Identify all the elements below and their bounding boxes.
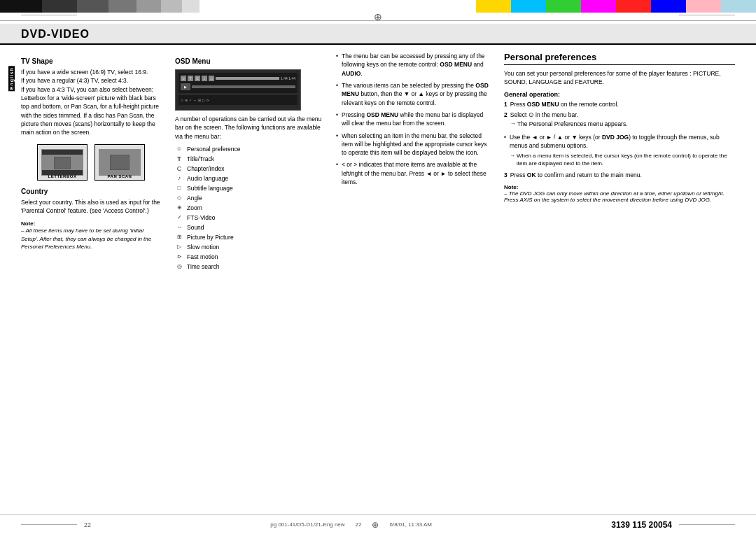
gen-op-title: General operation:	[504, 91, 735, 98]
note-col4-content: Note: – The DVD JOG can only move within…	[504, 184, 735, 203]
osd-fast-icon: ⊳	[206, 98, 209, 102]
osd-sound-icon: ↔	[193, 98, 197, 102]
note-label: Note:	[21, 220, 35, 227]
use-keys-sub: When a menu item is selected, the cursor…	[510, 152, 735, 168]
bottom-center: pg 001-41/D5-D1/21-Eng new 22 ⊕ 6/8/01, …	[270, 520, 432, 530]
bullet-arrows-indicate: < or > indicates that more items are ava…	[336, 160, 490, 186]
timestamp: 6/8/01, 11:33 AM	[389, 521, 432, 528]
bottom-right: 3139 115 20054	[611, 520, 735, 530]
page-number-left: 22	[84, 521, 91, 528]
osd-screen-container: ☺ T C ♪ □ 1:44 1:44 ▶ ◇ ⊕	[175, 69, 301, 111]
step2-text: Select ⊙ in the menu bar.	[510, 111, 628, 118]
letterbox-screen	[41, 149, 83, 176]
menu-item-title: T Title/Track	[175, 155, 322, 163]
osd-volume-icon: ▶	[181, 83, 190, 90]
panscan-screen	[99, 149, 141, 176]
menu-item-angle: ◇ Angle	[175, 194, 322, 202]
note-text: – All these items may have to be set dur…	[21, 227, 161, 251]
audio-icon: ♪	[175, 174, 183, 183]
country-text: Select your country. This also is used a…	[21, 198, 161, 216]
osd-bar-fill	[216, 77, 279, 80]
osd-screen-bottom: ◇ ⊕ ✓ ↔ ⊞ ▷ ⊳	[178, 95, 298, 105]
chapter-icon: C	[175, 164, 183, 173]
fast-label: Fast motion	[187, 253, 218, 260]
step3-num: 3	[504, 171, 507, 178]
step3-text: Press OK to confirm and return to the ma…	[510, 171, 642, 178]
osd-time: 1:44 1:44	[281, 76, 295, 80]
osd-icon-5: □	[209, 76, 214, 81]
osd-volume-bar	[192, 85, 295, 88]
tvshape-title: TV Shape	[21, 57, 161, 65]
audio-label: Audio language	[187, 175, 228, 182]
tv-panscan-image: PAN SCAN	[94, 144, 145, 181]
menu-item-ftsvideo: ✓ FTS-Video	[175, 213, 322, 222]
page-title: DVD-VIDEO	[21, 28, 735, 41]
use-bullet-item: Use the ◄ or ► / ▲ or ▼ keys (or DVD JOG…	[504, 133, 735, 168]
page-number-center: 22	[356, 521, 362, 528]
osd-zoom-icon: ⊕	[185, 98, 188, 102]
tv-images-row: LETTERBOX PAN SCAN	[21, 144, 161, 181]
osd-bottom-icons: ◇ ⊕ ✓ ↔ ⊞ ▷ ⊳	[181, 98, 209, 102]
osd-icon-1: ☺	[181, 76, 186, 81]
note-section: Note: – All these items may have to be s…	[21, 219, 161, 251]
country-title: Country	[21, 188, 161, 195]
main-content: English TV Shape If you have a wide scre…	[0, 45, 756, 523]
language-tab: English	[8, 66, 15, 91]
subtitle-label: Subtitle language	[187, 185, 233, 192]
menu-item-pbp: ⊞ Picture by Picture	[175, 233, 322, 241]
pbp-icon: ⊞	[175, 233, 183, 241]
bullet-selecting-item: When selecting an item in the menu bar, …	[336, 132, 490, 157]
bullet-items-selected: The various items can be selected by pre…	[336, 81, 490, 107]
personal-prefs-title: Personal preferences	[504, 52, 735, 65]
step2-num: 2	[504, 111, 507, 129]
osd-screen-top: ☺ T C ♪ □ 1:44 1:44 ▶	[178, 73, 298, 93]
bullet-pressing-osd: Pressing OSD MENU while the menu bar is …	[336, 111, 490, 128]
feature-bullets: The menu bar can be accessed by pressing…	[336, 52, 490, 186]
column-personal-prefs: Personal preferences You can set your pe…	[504, 52, 735, 516]
pbp-label: Picture by Picture	[187, 234, 234, 241]
personal-label: Personal preference	[187, 146, 241, 153]
crosshair-bottom: ⊕	[372, 520, 379, 530]
osd-slow-icon: ▷	[202, 98, 205, 102]
osd-icon-4: ♪	[202, 76, 207, 81]
column-osdmenu: OSD Menu ☺ T C ♪ □ 1:44 1:44 ▶	[175, 52, 322, 516]
title-label: Title/Track	[187, 155, 214, 162]
use-keys-text: Use the ◄ or ► / ▲ or ▼ keys (or DVD JOG…	[504, 133, 735, 168]
bottom-left: 22	[21, 521, 91, 528]
note-col4-label: Note:	[504, 184, 518, 190]
title-icon: T	[175, 155, 183, 163]
tvshape-text: If you have a wide screen (16:9) TV, sel…	[21, 68, 161, 137]
osd-title: OSD Menu	[175, 57, 322, 65]
menu-items-list: ☺ Personal preference T Title/Track C Ch…	[175, 145, 322, 271]
osd-angle-icon: ◇	[181, 98, 183, 102]
menu-item-subtitle: □ Subtitle language	[175, 184, 322, 192]
bottom-line-left	[21, 524, 77, 525]
slow-label: Slow motion	[187, 244, 219, 251]
crosshair-center: ⊕	[374, 11, 382, 22]
step-3: 3 Press OK to confirm and return to the …	[504, 171, 735, 178]
time-icon: ◎	[175, 262, 183, 271]
slow-icon: ▷	[175, 243, 183, 251]
step2-sub: The Personal Preferences menu appears.	[510, 120, 628, 128]
step-2: 2 Select ⊙ in the menu bar. The Personal…	[504, 111, 735, 129]
osd-icon-2: T	[188, 76, 193, 81]
tv-letterbox-image: LETTERBOX	[37, 144, 88, 181]
ftsvideo-icon: ✓	[175, 213, 183, 222]
zoom-icon: ⊕	[175, 204, 183, 212]
sound-label: Sound	[187, 224, 204, 231]
step1-text: Press OSD MENU on the remote control.	[510, 101, 619, 108]
chapter-label: Chapter/Index	[187, 165, 224, 172]
product-code: 3139 115 20054	[611, 520, 672, 530]
letterbox-label: LETTERBOX	[48, 174, 77, 178]
step1-num: 1	[504, 101, 507, 108]
zoom-label: Zoom	[187, 204, 202, 211]
personal-prefs-intro: You can set your personal preferences fo…	[504, 69, 735, 87]
letterbox-bar-top	[42, 150, 83, 155]
bottom-line-right	[679, 524, 735, 525]
osd-icon-3: C	[195, 76, 200, 81]
fast-icon: ⊳	[175, 253, 183, 261]
note-col4: Note: – The DVD JOG can only move within…	[504, 184, 735, 203]
angle-icon: ◇	[175, 194, 183, 202]
subtitle-icon: □	[175, 184, 183, 192]
menu-item-slow: ▷ Slow motion	[175, 243, 322, 251]
